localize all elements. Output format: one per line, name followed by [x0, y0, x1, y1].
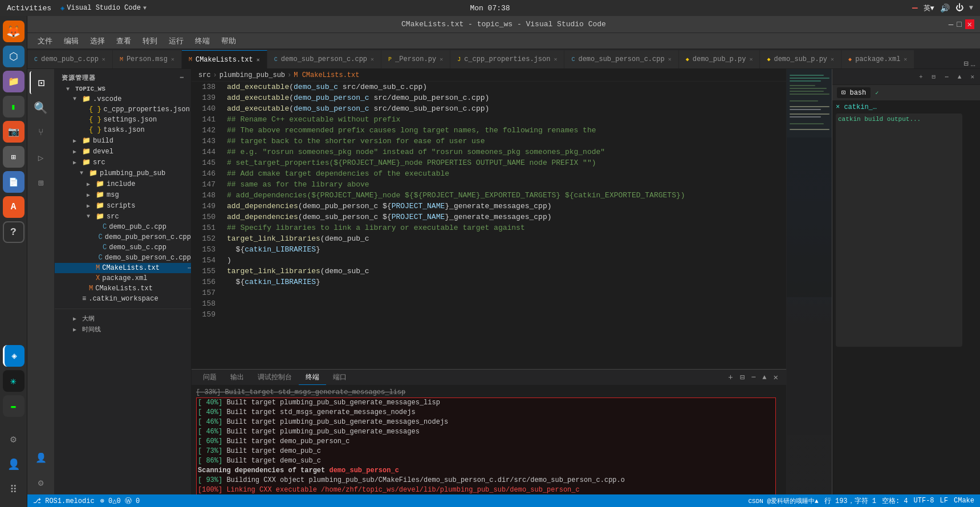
- extensions-icon[interactable]: ⊞: [3, 146, 25, 168]
- language-indicator[interactable]: 英▼: [924, 3, 934, 13]
- close-button[interactable]: ✕: [965, 19, 974, 29]
- tab-close-demo-sub[interactable]: ✕: [371, 56, 374, 63]
- tab-close-pub-py[interactable]: ✕: [749, 56, 753, 63]
- status-line-ending[interactable]: LF: [940, 497, 948, 505]
- tree-catkin-ws[interactable]: ≡ .catkin_workspace: [55, 294, 191, 304]
- activity-settings[interactable]: ⚙: [30, 472, 52, 494]
- more-tabs-icon[interactable]: …: [971, 59, 975, 68]
- term-tab-problems[interactable]: 问题: [196, 370, 223, 384]
- files-icon[interactable]: 📁: [3, 71, 25, 92]
- code-editor[interactable]: 138 139 140 141 142 143 144 145 146 14: [192, 82, 786, 369]
- tab-close-cmakelists[interactable]: ✕: [257, 56, 260, 63]
- status-position[interactable]: 行 193，字符 1: [824, 496, 876, 506]
- tree-more-icon[interactable]: ⋯: [188, 265, 191, 271]
- tab-cmakelists[interactable]: M CMakeLists.txt ✕: [182, 50, 267, 68]
- tab-demo-sub-py[interactable]: ◆ demo_sub_p.py ✕: [760, 50, 841, 68]
- status-spaces[interactable]: 空格: 4: [882, 496, 908, 506]
- activity-search[interactable]: 🔍: [30, 96, 52, 119]
- split-editor-icon[interactable]: ⊟: [963, 59, 968, 68]
- activity-account[interactable]: 👤: [30, 447, 52, 469]
- terminal-more-icon[interactable]: ⋯: [748, 373, 759, 382]
- terminal-content[interactable]: [ 33%] Built_target std_msgs_generate_me…: [192, 386, 786, 494]
- tree-plumbing[interactable]: ▼ 📁 plumbing_pub_sub: [55, 168, 191, 179]
- tab-close-demo-sub2[interactable]: ✕: [668, 56, 672, 63]
- right-more-btn[interactable]: ⋯: [941, 72, 952, 82]
- tab-package-xml[interactable]: ◆ package.xml ✕: [841, 50, 914, 68]
- breadcrumb-src[interactable]: src: [198, 71, 211, 79]
- tab-close-person-msg[interactable]: ✕: [171, 56, 174, 63]
- volume-icon[interactable]: 🔊: [940, 3, 950, 13]
- tab-close-sub-py[interactable]: ✕: [831, 56, 834, 63]
- terminal-split-icon[interactable]: ⊟: [737, 372, 748, 382]
- menu-run[interactable]: 运行: [164, 35, 188, 47]
- terminal-expand-icon[interactable]: ▲: [759, 374, 770, 382]
- tree-src2[interactable]: ▼ 📁 src: [55, 211, 191, 222]
- menu-edit[interactable]: 编辑: [59, 35, 83, 47]
- menu-terminal[interactable]: 终端: [190, 35, 214, 47]
- vscode-activity-icon[interactable]: ◈: [3, 345, 25, 367]
- tree-cpp-props[interactable]: { } c_cpp_properties.json: [55, 104, 191, 115]
- term-tab-output[interactable]: 输出: [223, 370, 251, 384]
- right-expand-btn[interactable]: ▲: [954, 72, 965, 82]
- menu-help[interactable]: 帮助: [217, 35, 241, 47]
- vscode-icon[interactable]: ⬡: [3, 46, 25, 67]
- tab-close-demo-pub-c[interactable]: ✕: [102, 56, 105, 63]
- bash-check-icon[interactable]: ✓: [875, 90, 879, 96]
- tab-close-package[interactable]: ✕: [904, 56, 907, 63]
- terminal-icon[interactable]: ▮: [3, 96, 25, 117]
- power-icon[interactable]: ⏻: [955, 3, 963, 13]
- bash-tab-item[interactable]: ⊡ bash: [837, 87, 871, 98]
- tree-cmakelists-selected[interactable]: M CMakeLists.txt ⋯: [55, 263, 191, 273]
- tab-person-msg[interactable]: M Person.msg ✕: [113, 50, 182, 68]
- tab-close-cpp-props[interactable]: ✕: [554, 56, 557, 63]
- notes-icon[interactable]: 📄: [3, 171, 25, 193]
- user-icon[interactable]: 👤: [3, 453, 25, 475]
- activity-run[interactable]: ▷: [30, 147, 52, 169]
- tree-src[interactable]: ▶ 📁 src: [55, 157, 191, 168]
- tree-cmakelists2[interactable]: M CMakeLists.txt: [55, 283, 191, 294]
- tab-demo-pub-py[interactable]: ◆ demo_pub_p.py ✕: [679, 50, 761, 68]
- term-tab-debug[interactable]: 调试控制台: [251, 370, 299, 384]
- terminal3-icon[interactable]: ▬: [3, 395, 25, 417]
- menu-select[interactable]: 选择: [86, 35, 109, 47]
- maximize-button[interactable]: □: [957, 20, 961, 29]
- grid-icon[interactable]: ⠿: [3, 478, 25, 500]
- status-errors[interactable]: ⊗ 0△0 Ⓦ 0: [100, 496, 140, 506]
- right-split-btn[interactable]: ⊟: [929, 72, 940, 82]
- tree-build[interactable]: ▶ 📁 build: [55, 135, 191, 146]
- activity-source-control[interactable]: ⑂: [30, 121, 52, 144]
- terminal-close-icon[interactable]: ✕: [770, 372, 782, 382]
- bash-terminal-content[interactable]: × catkin_… catkin build output...: [832, 101, 980, 494]
- status-language[interactable]: CMake: [954, 497, 974, 505]
- breadcrumb-plumbing[interactable]: plumbing_pub_sub: [219, 71, 285, 79]
- tree-package-xml[interactable]: X package.xml: [55, 273, 191, 283]
- right-close-btn[interactable]: ✕: [967, 72, 978, 82]
- menu-file[interactable]: 文件: [33, 35, 57, 47]
- tab-person-py[interactable]: P _Person.py ✕: [381, 50, 450, 68]
- tree-demo-sub-person[interactable]: C demo_sub_person_c.cpp: [55, 253, 191, 263]
- tree-timeline[interactable]: ▶ 时间线: [55, 324, 191, 335]
- term-tab-ports[interactable]: 端口: [326, 370, 353, 384]
- status-encoding[interactable]: UTF-8: [914, 497, 934, 505]
- gear-icon[interactable]: ⚙: [3, 428, 25, 450]
- terminal-add-icon[interactable]: +: [725, 373, 736, 382]
- tree-settings-json[interactable]: { } settings.json: [55, 115, 191, 125]
- tree-devel[interactable]: ▶ 📁 devel: [55, 146, 191, 157]
- workspace-root[interactable]: ▼ TOPIC_WS: [55, 84, 191, 94]
- camera-icon[interactable]: 📷: [3, 121, 25, 143]
- ubuntu-software-icon[interactable]: A: [3, 196, 25, 218]
- right-add-btn[interactable]: +: [916, 72, 926, 82]
- tree-demo-sub-c[interactable]: C demo_sub_c.cpp: [55, 242, 191, 253]
- menu-view[interactable]: 查看: [112, 35, 136, 47]
- term-tab-terminal[interactable]: 终端: [299, 370, 326, 385]
- spark-icon[interactable]: ✳: [3, 370, 25, 392]
- status-csdn[interactable]: CSDN @爱科研的哦睡中▲: [749, 497, 819, 505]
- activities-label[interactable]: Activities: [7, 4, 51, 13]
- activity-extensions[interactable]: ⊞: [30, 172, 52, 194]
- breadcrumb-file[interactable]: M CMakeLists.txt: [294, 71, 359, 79]
- tree-demo-pub-person[interactable]: C demo_pub_person_c.cpp: [55, 232, 191, 242]
- tree-scripts[interactable]: ▶ 📁 scripts: [55, 200, 191, 211]
- tab-demo-pub-c[interactable]: C demo_pub_c.cpp ✕: [27, 50, 113, 68]
- help-icon[interactable]: ?: [3, 221, 25, 243]
- tree-msg[interactable]: ▶ 📁 msg: [55, 189, 191, 200]
